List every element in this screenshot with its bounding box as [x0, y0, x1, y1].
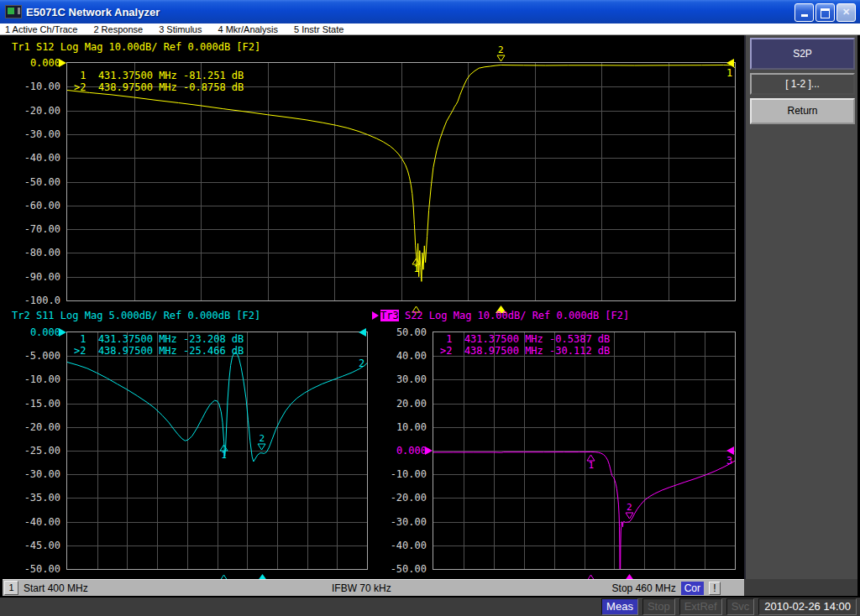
marker-readout-line: 1 431.37500 MHz -23.208 dB: [74, 333, 244, 345]
marker-2-symbol[interactable]: 2: [496, 46, 506, 62]
stimulus-marker-1[interactable]: [412, 301, 421, 309]
trace-label[interactable]: Tr2: [12, 310, 30, 321]
marker-readout-line: >2 438.97500 MHz -25.466 dB: [74, 345, 244, 357]
active-trace-icon: [372, 311, 379, 320]
marker-readout: 1 431.37500 MHz -81.251 dB>2 438.97500 M…: [74, 70, 244, 93]
warning-badge: !: [709, 582, 721, 595]
menu-item-instr-state[interactable]: 5 Instr State: [289, 24, 354, 34]
plot-area-tr2: [66, 331, 368, 570]
y-axis-label: -10.00: [20, 81, 60, 92]
stimulus-marker-1[interactable]: [586, 570, 595, 577]
menubar: 1 Active Ch/Trace 2 Response 3 Stimulus …: [0, 23, 860, 35]
marker-readout-line: 1 431.37500 MHz -81.251 dB: [74, 70, 244, 81]
restore-icon: [821, 8, 830, 18]
marker-readout-line: >2 438.97500 MHz -0.8758 dB: [74, 81, 244, 93]
trace-label[interactable]: Tr1: [12, 41, 30, 53]
stimulus-marker-1[interactable]: [219, 570, 228, 577]
chart-title-tr1: Tr1 S12 Log Mag 10.00dB/ Ref 0.000dB [F2…: [12, 41, 260, 53]
y-axis-label: 0.000: [20, 326, 60, 338]
meas-indicator: Meas: [601, 598, 638, 615]
menu-item-response[interactable]: 2 Response: [88, 24, 154, 34]
ref-level-marker-right: [359, 328, 366, 337]
trace-tr1: [67, 65, 735, 282]
restore-button[interactable]: [815, 3, 835, 22]
y-axis-label: -20.00: [20, 105, 60, 117]
chart-title-tr3: Tr3 S22 Log Mag 10.00dB/ Ref 0.000dB [F2…: [372, 310, 629, 321]
trace-tr2: [67, 352, 367, 462]
close-button[interactable]: ✕: [836, 3, 856, 22]
marker-number: 2: [498, 46, 504, 55]
ref-level-marker-left[interactable]: [425, 446, 433, 455]
trace-format-label: S11 Log Mag 5.000dB/ Ref 0.000dB [F2]: [30, 310, 261, 321]
minimize-button[interactable]: [794, 3, 814, 22]
channel-indicator: 1: [4, 581, 18, 595]
marker-1-symbol[interactable]: 1: [586, 454, 596, 470]
marker-2-symbol[interactable]: 2: [624, 504, 634, 519]
plot-svg: [67, 332, 367, 569]
y-axis-label: -30.00: [20, 128, 60, 140]
marker-number: 1: [413, 265, 419, 274]
ref-level-marker-right: [726, 59, 734, 67]
marker-number: 2: [627, 504, 632, 512]
ref-level-marker-left[interactable]: [59, 59, 66, 67]
y-axis-label: -40.00: [386, 540, 427, 551]
stop-indicator: Stop: [642, 598, 675, 615]
y-axis-label: -40.00: [20, 152, 60, 164]
stop-frequency: Stop 460 MHz: [612, 582, 676, 594]
y-axis-label: -30.00: [386, 516, 427, 528]
channel-statusbar: 1 Start 400 MHz IFBW 70 kHz Stop 460 MHz…: [3, 579, 744, 596]
y-axis-label: -15.00: [20, 398, 60, 410]
y-axis-label: 20.00: [386, 398, 427, 410]
y-axis-label: -50.00: [20, 563, 60, 575]
y-axis-label: -60.00: [20, 200, 60, 211]
y-axis-label: -45.00: [20, 540, 60, 551]
marker-1-symbol[interactable]: 1: [412, 258, 422, 274]
y-axis-label: -30.00: [20, 468, 60, 480]
y-axis-label: -100.0: [20, 295, 60, 306]
softkey-1-2-button[interactable]: [ 1-2 ]...: [750, 73, 855, 95]
stimulus-marker-2[interactable]: [624, 570, 635, 577]
menu-item-active-ch-trace[interactable]: 1 Active Ch/Trace: [0, 24, 88, 34]
plot-svg: [67, 63, 735, 300]
menu-item-stimulus[interactable]: 3 Stimulus: [154, 24, 212, 34]
softkey-menu-title: S2P: [750, 38, 855, 70]
instrument-screen: Tr1 S12 Log Mag 10.00dB/ Ref 0.000dB [F2…: [3, 35, 744, 579]
trace-label[interactable]: Tr3: [380, 310, 399, 321]
y-axis-label: -90.00: [20, 271, 60, 283]
menu-item-mkr-analysis[interactable]: 4 Mkr/Analysis: [212, 24, 289, 34]
y-axis-label: 50.00: [386, 326, 427, 338]
marker-readout-line: >2 438.97500 MHz -30.112 dB: [440, 345, 610, 357]
y-axis-label: -20.00: [386, 492, 427, 504]
y-axis-label: -50.00: [20, 176, 60, 188]
ifbw-value: IFBW 70 kHz: [332, 582, 391, 594]
ref-level-marker-left[interactable]: [59, 328, 66, 337]
trace-tr3: [433, 452, 735, 570]
trace-number-label: 2: [359, 358, 364, 369]
correction-badge: Cor: [681, 582, 704, 595]
marker-1-symbol[interactable]: 1: [219, 444, 229, 460]
marker-readout: 1 431.37500 MHz -23.208 dB>2 438.97500 M…: [74, 333, 244, 357]
y-axis-label: 0.000: [386, 445, 427, 457]
y-axis-label: -35.00: [20, 492, 60, 504]
app-window: E5071C Network Analyzer ✕ 1 Active Ch/Tr…: [0, 0, 860, 616]
marker-number: 2: [260, 435, 265, 443]
trace-number-label: 1: [726, 67, 732, 79]
plot-area-tr3: [433, 331, 736, 570]
marker-number: 1: [588, 462, 594, 470]
trace-format-label: S22 Log Mag 10.00dB/ Ref 0.000dB [F2]: [399, 310, 630, 321]
start-frequency: Start 400 MHz: [24, 582, 88, 594]
marker-readout-line: 1 431.37500 MHz -0.5387 dB: [440, 333, 610, 345]
softkey-sidebar: S2P [ 1-2 ]... Return: [744, 35, 857, 596]
marker-2-symbol[interactable]: 2: [257, 435, 267, 451]
svc-indicator: Svc: [726, 598, 755, 615]
y-axis-label: -10.00: [20, 373, 60, 385]
y-axis-label: -10.00: [386, 468, 427, 480]
stimulus-marker-2[interactable]: [257, 570, 268, 577]
stimulus-marker-2[interactable]: [496, 301, 506, 309]
statusbar-filler: [744, 579, 857, 596]
y-axis-label: 10.00: [386, 421, 427, 433]
window-titlebar: E5071C Network Analyzer ✕: [0, 0, 860, 23]
return-button[interactable]: Return: [750, 98, 855, 124]
y-axis-label: 30.00: [386, 373, 427, 385]
instrument-statusbar: Meas Stop ExtRef Svc 2010-02-26 14:00: [0, 598, 860, 616]
